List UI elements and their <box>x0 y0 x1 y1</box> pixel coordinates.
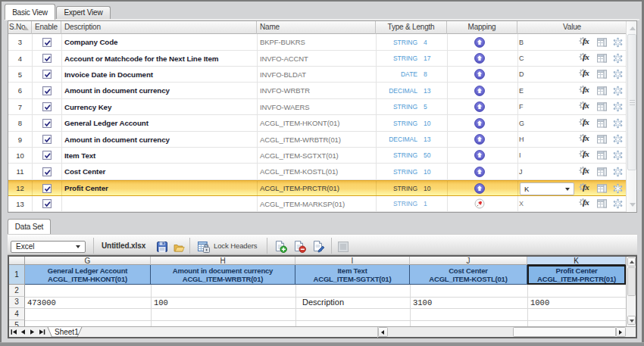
svg-text:Sheet1: Sheet1 <box>55 328 79 336</box>
